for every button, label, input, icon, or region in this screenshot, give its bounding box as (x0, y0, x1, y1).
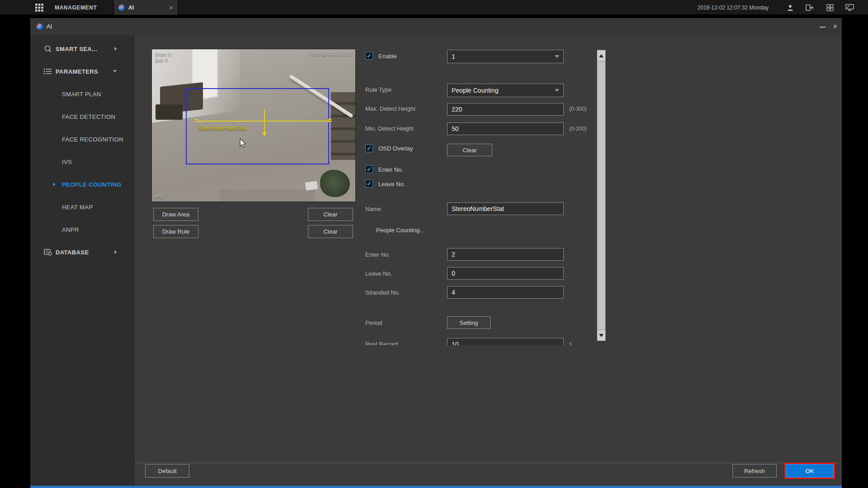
scene-shape (305, 181, 318, 190)
stranded-no-input[interactable] (447, 286, 564, 299)
scroll-down-button[interactable] (597, 330, 605, 341)
enable-label: Enable (378, 53, 396, 60)
leave-no-checkbox[interactable]: ✓ (365, 180, 373, 188)
check-icon: ✓ (367, 181, 372, 187)
close-icon[interactable]: × (833, 22, 837, 31)
clear-rule-button[interactable]: Clear (308, 225, 353, 238)
chevron-right-icon (114, 250, 117, 254)
sidebar-item-label: IVS (62, 159, 72, 165)
draw-area-button[interactable]: Draw Area (153, 208, 198, 221)
rule-name-overlay: StereoNumberStat (198, 125, 247, 131)
scroll-thumb[interactable] (597, 61, 605, 330)
max-detect-height-input[interactable] (447, 103, 564, 116)
default-button[interactable]: Default (145, 464, 189, 478)
rest-record-unit: s (569, 341, 572, 345)
channel-value: 1 (452, 53, 555, 60)
check-icon: ✓ (367, 145, 372, 151)
topbar: MANAGEMENT AI × 2019-12-02 12:07:32 Mond… (0, 0, 868, 15)
min-detect-height-input[interactable] (447, 122, 564, 135)
rule-endpoint-handle[interactable] (195, 119, 198, 122)
window-bottom-accent (30, 486, 842, 488)
rule-type-value: People Counting (452, 87, 555, 94)
arrow-up-icon (599, 54, 604, 57)
enable-checkbox[interactable]: ✓ (365, 52, 373, 60)
topbar-right: 2019-12-02 12:07:32 Monday (698, 0, 868, 15)
osd-overlay-checkbox[interactable]: ✓ (365, 145, 373, 152)
form-scrollbar[interactable] (597, 50, 606, 341)
sidebar-item-heat-map[interactable]: HEAT MAP (30, 196, 135, 218)
tab-ai[interactable]: AI × (113, 0, 178, 15)
osd-overlay-label: OSD Overlay (378, 145, 413, 152)
draw-rule-button[interactable]: Draw Rule (153, 225, 198, 238)
enter-no-input[interactable] (447, 248, 564, 261)
database-icon (44, 249, 53, 256)
counting-rule-line[interactable] (197, 121, 330, 122)
apps-grid-icon[interactable] (35, 4, 43, 12)
rest-record-input[interactable] (447, 338, 564, 345)
count-overlay: Enter: 0 Exit: 0 (155, 52, 171, 63)
sidebar-item-face-recognition[interactable]: FACE RECOGNITION (30, 128, 135, 150)
rule-type-dropdown[interactable]: People Counting (447, 84, 564, 97)
channel-name-overlay: IPC (155, 194, 163, 199)
sidebar-item-label: SMART SEA... (56, 46, 97, 52)
sidebar-item-people-counting[interactable]: PEOPLE COUNTING (30, 173, 135, 196)
name-input[interactable] (447, 202, 564, 215)
window-title: AI (47, 23, 52, 30)
settings-form: ✓ Enable 1 Rule Type People Counting Max… (356, 35, 596, 345)
sidebar-item-face-detection[interactable]: FACE DETECTION (30, 105, 135, 128)
max-detect-height-label: Max. Detect Height (365, 105, 415, 112)
scene-shape (156, 104, 183, 120)
minimize-icon[interactable] (820, 27, 826, 28)
channel-dropdown[interactable]: 1 (447, 50, 564, 63)
name-label: Name (365, 206, 381, 212)
rule-direction-arrow (264, 109, 265, 133)
chevron-down-icon (555, 89, 559, 92)
sidebar: SMART SEA... PARAMETERS SMART PLAN FACE … (30, 35, 135, 488)
ok-button[interactable]: OK (786, 464, 834, 478)
sidebar-item-database[interactable]: DATABASE (30, 241, 135, 263)
window-titlebar: AI × (30, 18, 842, 35)
refresh-button[interactable]: Refresh (732, 464, 777, 478)
period-setting-button[interactable]: Setting (447, 316, 491, 329)
logout-icon[interactable] (806, 5, 815, 11)
sidebar-item-label: DATABASE (56, 249, 89, 256)
display-icon[interactable] (845, 4, 854, 11)
smart-search-icon (44, 45, 53, 53)
datetime-label: 2019-12-02 12:07:32 Monday (698, 5, 769, 11)
sidebar-item-smart-search[interactable]: SMART SEA... (30, 38, 135, 60)
tab-close-icon[interactable]: × (169, 4, 173, 11)
sidebar-item-parameters[interactable]: PARAMETERS (30, 60, 135, 83)
tab-ai-label: AI (128, 5, 134, 11)
clear-area-button[interactable]: Clear (308, 208, 353, 221)
rule-endpoint-handle[interactable] (328, 119, 331, 122)
chevron-down-icon (113, 70, 117, 73)
scroll-up-button[interactable] (597, 50, 605, 61)
period-label: Period (365, 319, 382, 326)
rule-direction-arrowhead (262, 132, 267, 136)
sidebar-item-label: PEOPLE COUNTING (62, 181, 122, 188)
sidebar-item-ivs[interactable]: IVS (30, 150, 135, 173)
enter-no-checkbox[interactable]: ✓ (365, 165, 373, 173)
sidebar-item-anpr[interactable]: ANPR (30, 218, 135, 241)
sidebar-item-label: PARAMETERS (56, 68, 98, 75)
min-detect-height-label: Min. Detect Height (365, 125, 414, 132)
chevron-down-icon (555, 55, 559, 58)
sidebar-item-label: FACE DETECTION (62, 113, 115, 120)
scene-shape (320, 170, 350, 197)
mouse-cursor (239, 139, 247, 150)
scene-shape (220, 190, 315, 202)
enter-count-overlay: Enter: 0 (155, 52, 171, 57)
osd-clear-button[interactable]: Clear (447, 144, 492, 156)
check-icon: ✓ (367, 53, 372, 59)
sidebar-item-label: HEAT MAP (62, 204, 93, 211)
management-menu[interactable]: MANAGEMENT (55, 0, 97, 15)
user-icon[interactable] (787, 4, 794, 11)
arrow-down-icon (599, 334, 604, 337)
enter-no-checkbox-label: Enter No. (378, 166, 403, 173)
sidebar-item-smart-plan[interactable]: SMART PLAN (30, 83, 135, 105)
layout-grid-icon[interactable] (826, 4, 834, 11)
leave-no-input[interactable] (447, 267, 564, 280)
min-detect-height-range: (0-200) (569, 126, 587, 132)
rest-record-label: Rest Record (365, 341, 398, 345)
camera-preview[interactable]: StereoNumberStat Enter: 0 Exit: 0 2019-1… (151, 49, 356, 202)
